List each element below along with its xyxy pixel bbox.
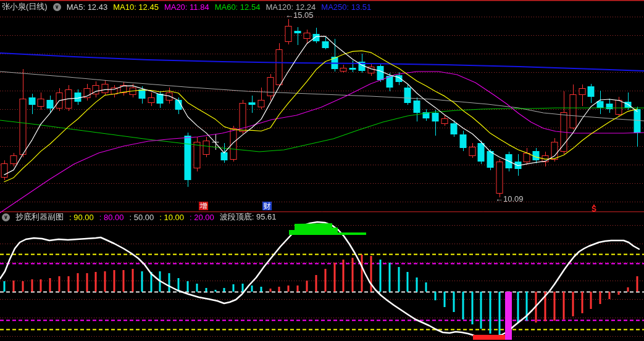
ma10-legend: MA10: 12.45: [113, 2, 159, 12]
chevron-down-icon[interactable]: ∨: [53, 3, 61, 11]
chart-canvas[interactable]: [0, 0, 644, 341]
indicator-param-1: : 90.00: [69, 213, 94, 222]
ma60-legend: MA60: 12.54: [215, 2, 261, 12]
indicator-param-2: : 80.00: [99, 213, 124, 222]
sub-chart-legend: ∨ 抄底利器副图 : 90.00 : 80.00 : 50.00 : 10.00…: [2, 212, 277, 223]
ma120-legend: MA120: 12.24: [266, 2, 316, 12]
indicator-param-4: : 10.00: [159, 213, 184, 222]
ma250-legend: MA250: 13.51: [321, 2, 371, 12]
event-tag-cai[interactable]: 财: [262, 202, 272, 210]
stock-chart-app: 张小泉(日线) ∨ MA5: 12.43 MA10: 12.45 MA20: 1…: [0, 0, 644, 341]
page-title: 张小泉(日线): [2, 1, 48, 12]
indicator-param-5: : 20.00: [190, 213, 214, 222]
trough-price-label: ←10.09: [495, 194, 524, 203]
indicator-param-3: : 50.00: [130, 213, 154, 222]
ma20-legend: MA20: 11.84: [164, 2, 209, 12]
sell-point-marker: ▲ S: [592, 203, 596, 212]
chevron-down-icon[interactable]: ∨: [2, 213, 10, 221]
event-tag-zeng[interactable]: 增: [199, 202, 208, 210]
ma5-legend: MA5: 12.43: [67, 2, 108, 12]
main-chart-legend: 张小泉(日线) ∨ MA5: 12.43 MA10: 12.45 MA20: 1…: [2, 1, 371, 12]
indicator-value: 波段顶底: 95.61: [220, 212, 277, 223]
indicator-name: 抄底利器副图: [15, 212, 64, 223]
